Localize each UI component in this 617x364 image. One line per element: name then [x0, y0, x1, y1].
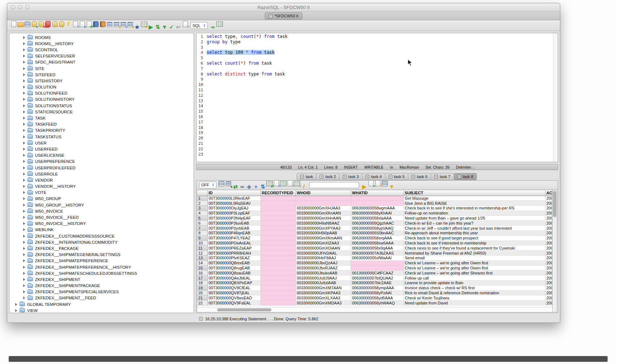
download-icon[interactable]	[388, 183, 395, 190]
table-cell[interactable]: 00T3000000Q8rexEAB	[207, 260, 260, 265]
table-cell[interactable]: Check w/ Leanne – we're going after Shea…	[404, 270, 545, 276]
row-number-cell[interactable]: 16	[197, 270, 207, 276]
tree-item[interactable]: SFDC_REGISTRANT	[9, 59, 194, 65]
disclosure-triangle-icon[interactable]	[23, 135, 25, 138]
disclosure-triangle-icon[interactable]	[23, 290, 25, 293]
close-tab-icon[interactable]: ×	[411, 175, 415, 178]
table-cell[interactable]: Send email	[404, 256, 545, 261]
table-cell[interactable]: 00T3000000PRR8rEAH	[207, 251, 260, 256]
tree-item[interactable]: SCONTROL	[9, 47, 194, 53]
table-cell[interactable]: 00T3000000P3yrbEAB	[207, 226, 260, 231]
statement-type-select[interactable]: SQL ▲▼	[190, 22, 208, 29]
table-cell[interactable]: 200	[545, 300, 552, 306]
database-icon[interactable]	[58, 21, 65, 27]
table-cell[interactable]: 006300000058x9qAAA	[351, 246, 404, 251]
close-tab-icon[interactable]: ×	[434, 175, 438, 178]
table-cell[interactable]	[260, 235, 295, 240]
tree-item[interactable]: USERFEED	[9, 146, 194, 152]
result-tab[interactable]: ×task 8	[454, 173, 477, 180]
copy-connection-icon[interactable]	[44, 21, 51, 27]
table-cell[interactable]	[260, 221, 295, 226]
table-cell[interactable]: 200	[545, 256, 552, 261]
row-number-cell[interactable]: 14	[197, 260, 207, 265]
tree-item[interactable]: GLOBAL TEMPORARY	[9, 301, 194, 307]
results-table[interactable]: IDRECORDTYPEIDWHOIDWHATIDSUBJECTAC100T30…	[197, 190, 552, 306]
table-cell[interactable]: 006300000058yKhAAI	[351, 211, 404, 216]
tree-item[interactable]: STATICRESOURCE	[9, 109, 194, 115]
table-cell[interactable]: Need update from David	[404, 300, 545, 306]
table-cell[interactable]	[260, 265, 295, 270]
disclosure-triangle-icon[interactable]	[23, 61, 25, 64]
tree-item[interactable]: USERPROFILEFEED	[9, 165, 194, 171]
tree-item[interactable]: VOTE	[9, 190, 194, 196]
row-number-cell[interactable]: 19	[197, 285, 207, 290]
table-cell[interactable]: 0033000000GmXKmAAN	[295, 235, 351, 240]
table-tools-icon[interactable]	[141, 21, 147, 28]
table-cell[interactable]: Follow-up on nomination	[404, 211, 545, 216]
table-cell[interactable]: Re-approach about membership this year	[404, 231, 545, 236]
table-cell[interactable]: Check-in w/ Ed – can he join this year?	[404, 221, 545, 226]
disclosure-triangle-icon[interactable]	[23, 166, 25, 169]
disclosure-triangle-icon[interactable]	[23, 204, 25, 207]
table-cell[interactable]: 200	[545, 201, 552, 206]
table-cell[interactable]: 00T3000000PREZaEAP	[207, 246, 260, 251]
table-cell[interactable]: 0033000000Ju9J9AAJ	[295, 276, 351, 281]
table-cell[interactable]	[260, 240, 295, 246]
table-cell[interactable]: 00T3000000P3LopEAF	[207, 211, 260, 216]
save-results-icon[interactable]	[218, 180, 225, 187]
table-cell[interactable]: Get Massage	[404, 196, 545, 201]
table-cell[interactable]	[260, 231, 295, 236]
column-header[interactable]: ID	[207, 190, 260, 196]
table-cell[interactable]: Need update from Bain – gave go ahead 1/…	[404, 216, 545, 221]
tree-item[interactable]: TASKPRIORITY	[9, 127, 194, 134]
disclosure-triangle-icon[interactable]	[15, 303, 17, 306]
table-cell[interactable]	[295, 201, 351, 206]
tree-item[interactable]: USERPREFERENCE	[9, 159, 194, 165]
row-number-cell[interactable]: 4	[197, 211, 207, 216]
table-cell[interactable]: 0033000000JbukoAAB	[295, 270, 351, 276]
copy-table-icon[interactable]	[294, 180, 301, 187]
table-cell[interactable]: 00T3000000QV8CfEAL	[207, 285, 260, 290]
disclosure-triangle-icon[interactable]	[23, 185, 25, 188]
table-cell[interactable]: 0033000000GmXKPAA3	[295, 290, 351, 295]
table-cell[interactable]: 006300000058xw5AAA	[351, 240, 404, 246]
table-cell[interactable]	[351, 260, 404, 265]
go-icon[interactable]	[147, 23, 154, 30]
table-cell[interactable]	[260, 295, 295, 300]
table-cell[interactable]	[260, 270, 295, 276]
tree-item[interactable]: SELFSERVICEUSER	[9, 53, 194, 59]
results-search-input[interactable]	[309, 182, 359, 188]
execute-sql-icon[interactable]	[65, 21, 72, 27]
table-cell[interactable]	[260, 300, 295, 306]
row-number-cell[interactable]: 13	[197, 256, 207, 261]
tree-item[interactable]: TASKSTATUS	[9, 134, 194, 140]
disclosure-triangle-icon[interactable]	[23, 142, 25, 144]
tree-item[interactable]: SOLUTIONHISTORY	[9, 96, 194, 103]
table-cell[interactable]: 200	[545, 285, 552, 290]
table-cell[interactable]	[351, 196, 404, 201]
disclosure-triangle-icon[interactable]	[23, 36, 25, 39]
table-cell[interactable]: 200	[545, 231, 552, 236]
tree-item[interactable]: TASKFEED	[9, 121, 194, 127]
result-tab[interactable]: ×task 4	[362, 173, 385, 180]
table-cell[interactable]: 200	[545, 235, 552, 240]
table-cell[interactable]	[260, 276, 295, 281]
result-tab[interactable]: ×task	[297, 173, 316, 180]
disclosure-triangle-icon[interactable]	[23, 278, 25, 281]
swap-statement-icon[interactable]	[154, 23, 161, 30]
table-cell[interactable]: 00630000007bIQUAA2	[351, 276, 404, 281]
disclosure-triangle-icon[interactable]	[23, 173, 25, 176]
save-all-icon[interactable]	[381, 180, 388, 187]
table-cell[interactable]: 200	[545, 270, 552, 276]
tree-item[interactable]: SOLUTION	[9, 84, 194, 90]
row-number-cell[interactable]: 11	[197, 246, 207, 251]
table-cell[interactable]: 00T3000000Q8sauEAB	[207, 270, 260, 276]
row-number-cell[interactable]: 15	[197, 265, 207, 270]
grid-view-icon[interactable]	[216, 21, 223, 27]
table-cell[interactable]: 200	[545, 240, 552, 246]
table-cell[interactable]: 00T3000000QV8TjEAL	[207, 290, 260, 295]
table-cell[interactable]: Nominated by Shane Freeman at ANZ (HR50)	[404, 251, 545, 256]
table-cell[interactable]: Check back to see if interested in membe…	[404, 240, 545, 246]
tree-item[interactable]: ZKFEDEX__SHIPMATESCHEDULEDJOBSSETTINGS	[9, 270, 194, 276]
table-cell[interactable]: 006300000058yhWAAQ	[351, 300, 404, 306]
